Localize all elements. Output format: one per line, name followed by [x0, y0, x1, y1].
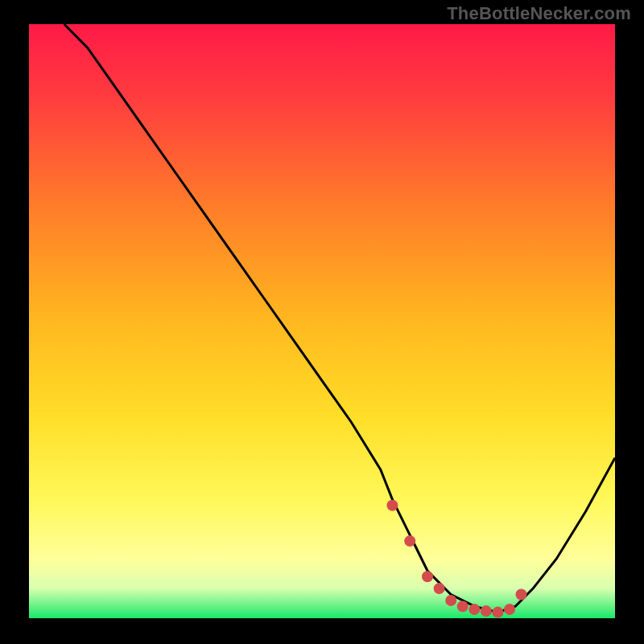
- highlight-dot: [457, 601, 469, 612]
- chart-svg: [0, 0, 644, 644]
- highlight-dot: [422, 571, 433, 582]
- highlight-dot: [481, 605, 492, 617]
- attribution-text: TheBottleNecker.com: [447, 3, 631, 24]
- highlight-dot: [445, 595, 456, 606]
- highlight-dot: [469, 604, 480, 615]
- highlight-dot: [434, 583, 445, 594]
- highlight-dot: [404, 535, 415, 547]
- highlight-dot: [504, 604, 515, 615]
- highlight-dot: [516, 589, 527, 601]
- highlight-dot: [386, 500, 398, 511]
- highlight-dot: [492, 607, 503, 618]
- chart-frame: TheBottleNecker.com: [0, 0, 644, 644]
- plot-area: [29, 24, 615, 618]
